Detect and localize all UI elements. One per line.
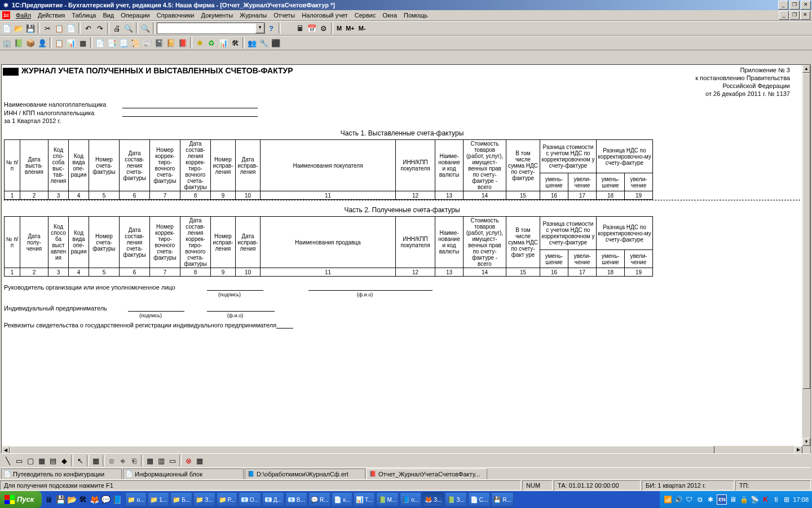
secondary-toolbar: 🏢 📗 📦 👤 📋 📊 ▦ 📄 📑 📃 📜 📰 📓 📔 📕 ✱ ♻ 📊 🛠 👥 … (0, 36, 812, 50)
calendar-icon[interactable]: 📅 (306, 23, 317, 34)
tb-icon-10[interactable]: 📃 (118, 37, 129, 49)
main-toolbar: 📄 📂 💾 ✂ 📋 📄 ↶ ↷ 🖨 🔍 🔍 ▼ ? 🖩 📅 ⚙ М М+ М- (0, 21, 812, 36)
tb-icon-4[interactable]: 👤 (37, 37, 48, 49)
app-icon: ✱ (1, 1, 10, 9)
menu-actions[interactable]: Действия (34, 11, 68, 19)
save-icon[interactable]: 💾 (25, 23, 36, 34)
calc-icon[interactable]: 🖩 (294, 23, 306, 34)
tb-icon-22[interactable]: ⬛ (270, 37, 281, 49)
tb-icon-7[interactable]: ▦ (77, 37, 89, 49)
preview-icon[interactable]: 🔍 (123, 23, 134, 34)
separator (38, 23, 40, 34)
tb-icon-3[interactable]: 📦 (25, 37, 36, 49)
minimize-button[interactable]: _ (778, 1, 788, 10)
tb-icon-6[interactable]: 📊 (65, 37, 77, 49)
tool-icon[interactable]: ⚙ (318, 23, 329, 34)
menu-file[interactable]: Файл (12, 11, 34, 19)
tb-icon-17[interactable]: ♻ (206, 37, 217, 49)
tb-icon-21[interactable]: 🔧 (258, 37, 270, 49)
menu-directories[interactable]: Справочники (153, 11, 198, 19)
tb-icon-2[interactable]: 📗 (13, 37, 24, 49)
separator (242, 37, 245, 49)
new-icon[interactable]: 📄 (1, 23, 12, 34)
chevron-down-icon[interactable]: ▼ (255, 23, 264, 33)
menu-reports[interactable]: Отчеты (270, 11, 298, 19)
tb-icon-20[interactable]: 👥 (246, 37, 258, 49)
mdi-close-button[interactable]: ✕ (800, 11, 810, 20)
menubar: 1c Файл Действия Таблица Вид Операции Сп… (0, 10, 812, 21)
find-icon[interactable]: 🔍 (140, 23, 151, 34)
copy-icon[interactable]: 📋 (54, 23, 65, 34)
separator (153, 23, 155, 34)
close-button[interactable]: ✕ (801, 1, 811, 10)
maximize-button[interactable]: ❐ (789, 1, 800, 10)
window-title: 1С:Предприятие - Бухгалтерский учет, ред… (12, 2, 778, 8)
tb-icon-15[interactable]: 📕 (177, 37, 188, 49)
mdi-window-controls: _ ❐ ✕ (779, 11, 810, 20)
memory-m[interactable]: М (335, 25, 343, 32)
tb-icon-19[interactable]: 🛠 (230, 37, 241, 49)
menu-tax[interactable]: Налоговый учет (298, 11, 351, 19)
tb-icon-11[interactable]: 📜 (130, 37, 141, 49)
tb-icon-8[interactable]: 📄 (94, 37, 105, 49)
mdi-minimize-button[interactable]: _ (779, 11, 789, 20)
menu-table[interactable]: Таблица (68, 11, 99, 19)
tb-icon-16[interactable]: ✱ (194, 37, 205, 49)
menu-operations[interactable]: Операции (117, 11, 153, 19)
menu-help[interactable]: Помощь (400, 11, 431, 19)
separator (279, 23, 281, 34)
tb-icon-5[interactable]: 📋 (54, 37, 65, 49)
open-icon[interactable]: 📂 (13, 23, 24, 34)
search-combo[interactable]: ▼ (157, 23, 265, 34)
menu-view[interactable]: Вид (99, 11, 117, 19)
menu-journals[interactable]: Журналы (236, 11, 270, 19)
menu-windows[interactable]: Окна (379, 11, 400, 19)
cut-icon[interactable]: ✂ (42, 23, 53, 34)
tb-icon-12[interactable]: 📰 (142, 37, 153, 49)
separator (90, 37, 92, 49)
tb-icon-1[interactable]: 🏢 (1, 37, 12, 49)
separator (331, 23, 333, 34)
print-icon[interactable]: 🖨 (111, 23, 122, 34)
mdi-restore-button[interactable]: ❐ (789, 11, 800, 20)
window-controls: _ ❐ ✕ (778, 1, 811, 10)
paste-icon[interactable]: 📄 (65, 23, 77, 34)
tb-icon-9[interactable]: 📑 (106, 37, 117, 49)
separator (50, 37, 52, 49)
tb-icon-18[interactable]: 📊 (218, 37, 229, 49)
memory-mplus[interactable]: М+ (344, 25, 356, 32)
separator (190, 37, 192, 49)
tb-icon-13[interactable]: 📓 (153, 37, 165, 49)
separator (78, 23, 81, 34)
undo-icon[interactable]: ↶ (82, 23, 94, 34)
help-icon[interactable]: ? (266, 23, 277, 34)
separator (136, 23, 138, 34)
separator (107, 23, 109, 34)
titlebar: ✱ 1С:Предприятие - Бухгалтерский учет, р… (0, 0, 812, 10)
redo-icon[interactable]: ↷ (94, 23, 105, 34)
menu-service[interactable]: Сервис (351, 11, 379, 19)
memory-mminus[interactable]: М- (357, 25, 368, 32)
vendor-icon: 1c (2, 11, 10, 19)
tb-icon-14[interactable]: 📔 (165, 37, 176, 49)
menu-documents[interactable]: Документы (197, 11, 236, 19)
